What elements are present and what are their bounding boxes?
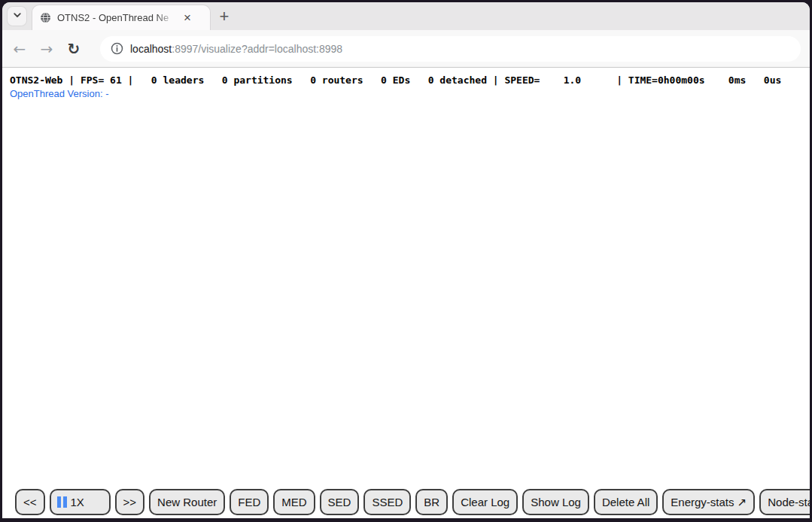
globe-favicon-icon: [40, 12, 51, 23]
reload-icon: ↻: [68, 40, 81, 58]
browser-tab-active[interactable]: OTNS2 - OpenThread Ne ×: [32, 5, 211, 30]
url-path: :8997/visualize?addr=localhost:8998: [172, 43, 342, 55]
show-log-label: Show Log: [531, 496, 581, 508]
clear-log-label: Clear Log: [461, 496, 509, 508]
pause-icon: [57, 496, 67, 508]
rewind-speed-button[interactable]: <<: [15, 489, 45, 515]
forward-button[interactable]: →: [37, 38, 56, 60]
forward-arrow-icon: →: [41, 40, 53, 58]
tab-title: OTNS2 - OpenThread Ne: [57, 12, 178, 23]
delete-all-label: Delete All: [602, 496, 649, 508]
bottom-toolbar: << 1X >> New Router FED MED SED SSED BR …: [15, 489, 810, 515]
navigation-bar: ← → ↻ localhost:8997/visualize?addr=loca…: [2, 30, 810, 68]
new-tab-button[interactable]: +: [214, 6, 235, 27]
sed-button[interactable]: SED: [320, 489, 360, 515]
med-button[interactable]: MED: [273, 489, 315, 515]
plus-icon: +: [220, 7, 230, 26]
reload-button[interactable]: ↻: [64, 38, 84, 60]
close-icon: ×: [184, 11, 191, 25]
node-stats-button[interactable]: Node-stats ↗: [759, 489, 810, 515]
node-stats-label: Node-stats ↗: [768, 496, 810, 509]
url-text: localhost:8997/visualize?addr=localhost:…: [130, 43, 342, 55]
pause-speed-button[interactable]: 1X: [50, 489, 111, 515]
sed-label: SED: [328, 496, 351, 508]
address-bar[interactable]: localhost:8997/visualize?addr=localhost:…: [100, 36, 801, 62]
clear-log-button[interactable]: Clear Log: [452, 489, 518, 515]
show-log-button[interactable]: Show Log: [522, 489, 589, 515]
tab-bar: OTNS2 - OpenThread Ne × +: [2, 2, 810, 30]
chevron-down-icon: [12, 10, 23, 23]
new-router-label: New Router: [157, 496, 217, 508]
page-content: OTNS2-Web | FPS= 61 | 0 leaders 0 partit…: [2, 68, 810, 518]
fast-forward-label: >>: [123, 496, 137, 508]
fast-forward-speed-button[interactable]: >>: [115, 489, 145, 515]
fed-button[interactable]: FED: [230, 489, 269, 515]
energy-stats-label: Energy-stats ↗: [671, 496, 747, 509]
speed-label: 1X: [71, 496, 84, 508]
energy-stats-button[interactable]: Energy-stats ↗: [662, 489, 755, 515]
back-arrow-icon: ←: [14, 40, 26, 58]
ssed-label: SSED: [372, 496, 403, 508]
simulation-canvas[interactable]: [2, 98, 810, 485]
rewind-label: <<: [23, 496, 37, 508]
window-frame: OTNS2 - OpenThread Ne × + ← → ↻ localhos…: [0, 0, 812, 522]
br-button[interactable]: BR: [415, 489, 448, 515]
simulation-status-line: OTNS2-Web | FPS= 61 | 0 leaders 0 partit…: [10, 74, 810, 86]
tab-close-button[interactable]: ×: [179, 10, 196, 26]
back-button[interactable]: ←: [10, 38, 29, 60]
ssed-button[interactable]: SSED: [363, 489, 411, 515]
med-label: MED: [281, 496, 306, 508]
delete-all-button[interactable]: Delete All: [594, 489, 658, 515]
fed-label: FED: [238, 496, 260, 508]
url-host: localhost: [130, 43, 172, 55]
tab-list-dropdown-button[interactable]: [8, 7, 26, 26]
site-info-icon[interactable]: [111, 42, 123, 55]
new-router-button[interactable]: New Router: [149, 489, 225, 515]
browser-window: OTNS2 - OpenThread Ne × + ← → ↻ localhos…: [2, 2, 810, 518]
br-label: BR: [424, 496, 439, 508]
